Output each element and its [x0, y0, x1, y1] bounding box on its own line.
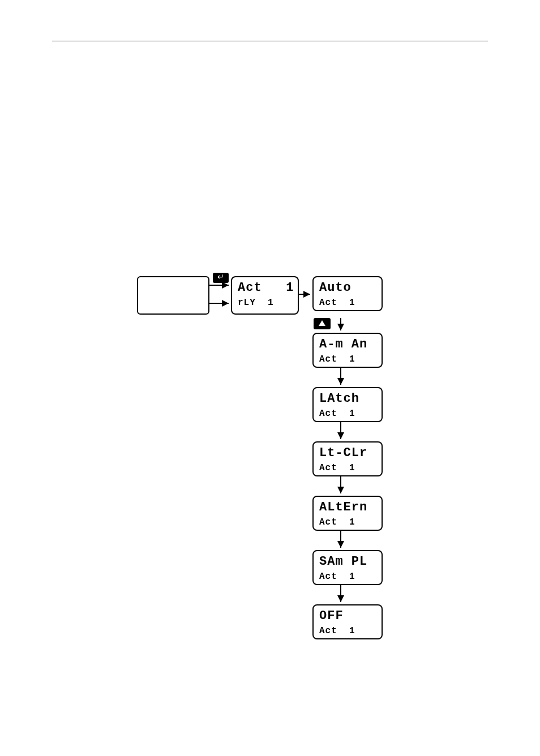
- option-sub: Act 1: [319, 626, 355, 636]
- option-auto: Auto Act 1: [312, 276, 383, 311]
- act-main: Act 1: [238, 281, 294, 295]
- act-box: Act 1 rLY 1: [231, 276, 299, 315]
- option-label: Auto: [319, 281, 352, 295]
- option-label: A-m An: [319, 337, 367, 351]
- option-label: SAm PL: [319, 555, 367, 569]
- option-latch: LAtch Act 1: [312, 387, 383, 422]
- option-label: LAtch: [319, 392, 359, 406]
- option-altern: ALtErn Act 1: [312, 496, 383, 531]
- option-a-man: A-m An Act 1: [312, 333, 383, 368]
- enter-icon: [213, 273, 229, 283]
- option-sub: Act 1: [319, 298, 355, 308]
- option-sampl: SAm PL Act 1: [312, 550, 383, 585]
- option-label: OFF: [319, 609, 344, 623]
- option-sub: Act 1: [319, 572, 355, 582]
- option-off: OFF Act 1: [312, 604, 383, 639]
- option-label: Lt-CLr: [319, 446, 367, 460]
- option-label: ALtErn: [319, 500, 367, 514]
- entry-box: [137, 276, 209, 315]
- flow-diagram: Act 1 rLY 1 Auto Act 1 A-m An Act 1 LAtc…: [137, 272, 409, 668]
- option-sub: Act 1: [319, 463, 355, 473]
- option-sub: Act 1: [319, 354, 355, 364]
- option-sub: Act 1: [319, 517, 355, 527]
- up-arrow-icon: [314, 318, 331, 329]
- option-lt-clr: Lt-CLr Act 1: [312, 441, 383, 476]
- act-sub: rLY 1: [238, 298, 274, 308]
- header-rule: [52, 41, 488, 41]
- option-sub: Act 1: [319, 409, 355, 419]
